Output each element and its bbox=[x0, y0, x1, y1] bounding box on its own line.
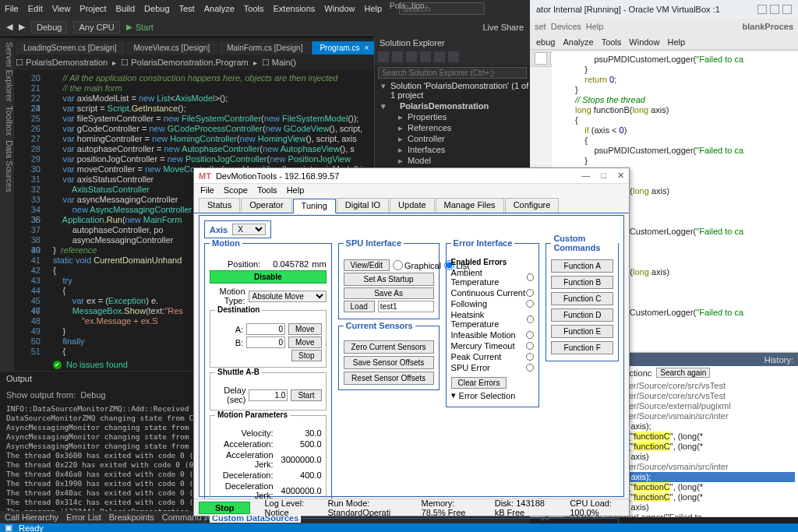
custom-fn-button[interactable]: Function D bbox=[551, 308, 613, 322]
custom-fn-button[interactable]: Function F bbox=[551, 341, 613, 354]
load-button[interactable]: Load bbox=[344, 301, 375, 312]
vm-window-controls[interactable] bbox=[757, 5, 792, 14]
qtc-menu-item[interactable]: ebug bbox=[536, 37, 555, 47]
menu-project[interactable]: Project bbox=[79, 4, 106, 13]
dmt-tab[interactable]: Manage Files bbox=[436, 198, 504, 213]
custom-fn-button[interactable]: Function C bbox=[551, 292, 613, 305]
dmt-tab[interactable]: Operator bbox=[241, 198, 291, 213]
bottom-tab[interactable]: Error List bbox=[66, 513, 101, 522]
close-icon[interactable]: ✕ bbox=[617, 171, 624, 181]
tree-node[interactable]: Interfaces bbox=[397, 144, 530, 155]
shuttle-start-button[interactable]: Start bbox=[291, 389, 321, 401]
platform-dropdown[interactable]: Any CPU bbox=[73, 21, 119, 33]
param-value: 500.0 bbox=[277, 439, 322, 449]
error-selection-expander[interactable]: ▾ bbox=[451, 390, 456, 400]
menu-extensions[interactable]: Extensions bbox=[274, 4, 316, 13]
load-value-input[interactable] bbox=[378, 301, 434, 312]
nav-fwd-icon[interactable]: ▶ bbox=[19, 22, 25, 32]
menu-debug[interactable]: Debug bbox=[144, 4, 169, 13]
delay-input[interactable] bbox=[249, 389, 288, 401]
menu-test[interactable]: Test bbox=[179, 4, 195, 13]
viewedit-button[interactable]: View/Edit bbox=[344, 259, 390, 271]
project-node[interactable]: PolarisDemonstration bbox=[380, 100, 530, 111]
qtc-tool-icon[interactable] bbox=[535, 52, 547, 65]
save-offsets-button[interactable]: Save Sensor Offsets bbox=[344, 356, 434, 369]
editor-tab[interactable]: MoveView.cs [Design] bbox=[126, 41, 218, 55]
custom-fn-button[interactable]: Function A bbox=[551, 259, 613, 273]
dmt-tab[interactable]: Tuning bbox=[293, 199, 336, 213]
bottom-tab[interactable]: Call Hierarchy bbox=[5, 513, 58, 522]
menu-help[interactable]: Help bbox=[364, 4, 382, 13]
breadcrumb-item[interactable]: ☐ PolarisDemonstration bbox=[16, 58, 108, 68]
move-a-button[interactable]: Move bbox=[288, 323, 321, 335]
menu-tools[interactable]: Tools bbox=[244, 4, 264, 13]
toolwindow-tab[interactable]: Data Sources bbox=[0, 140, 14, 192]
maximize-icon[interactable]: □ bbox=[601, 171, 606, 181]
dest-b-input[interactable] bbox=[246, 336, 285, 348]
qtc-menubar[interactable]: ebugAnalyzeToolsWindowHelp bbox=[530, 34, 798, 50]
menu-view[interactable]: View bbox=[52, 4, 71, 13]
output-from-dropdown[interactable]: Debug bbox=[80, 390, 105, 400]
start-button[interactable]: Start bbox=[126, 23, 154, 32]
dmt-menu-item[interactable]: Help bbox=[287, 185, 305, 196]
error-row: Continuous Current bbox=[451, 288, 535, 298]
dmt-tab[interactable]: Digital IO bbox=[337, 198, 389, 213]
tree-node[interactable]: Controller bbox=[397, 133, 530, 144]
toolwindow-tab[interactable]: Server Explorer bbox=[0, 42, 14, 101]
saveas-button[interactable]: Save As bbox=[344, 287, 434, 299]
tree-node[interactable]: References bbox=[397, 122, 530, 133]
global-stop-button[interactable]: Stop bbox=[199, 502, 250, 514]
vs-left-toolwindows[interactable]: Server ExplorerToolboxData Sources bbox=[0, 37, 14, 365]
menu-edit[interactable]: Edit bbox=[28, 4, 43, 13]
menu-window[interactable]: Window bbox=[324, 4, 355, 13]
qtc-menu-item[interactable]: Tools bbox=[602, 37, 622, 47]
zero-sensors-button[interactable]: Zero Current Sensors bbox=[344, 340, 434, 354]
dmt-menu-item[interactable]: Scope bbox=[224, 185, 248, 196]
clear-errors-button[interactable]: Clear Errors bbox=[451, 377, 507, 389]
solexp-toolbar[interactable] bbox=[375, 50, 530, 65]
solution-node[interactable]: Solution 'PolarisDemonstration' (1 of 1 … bbox=[380, 80, 530, 100]
dest-a-input[interactable] bbox=[246, 323, 285, 335]
qtc-menu-item[interactable]: Analyze bbox=[563, 37, 593, 47]
search-again-button[interactable] bbox=[656, 368, 710, 378]
liveshare-button[interactable]: Live Share bbox=[482, 23, 524, 32]
menu-build[interactable]: Build bbox=[116, 4, 135, 13]
motion-type-dropdown[interactable]: Absolute Move bbox=[249, 291, 327, 302]
vs-menubar: FileEditViewProjectBuildDebugTestAnalyze… bbox=[0, 0, 530, 17]
menu-file[interactable]: File bbox=[5, 4, 19, 13]
qtc-menu-item[interactable]: Window bbox=[629, 37, 659, 47]
custom-fn-button[interactable]: Function E bbox=[551, 325, 613, 338]
editor-tab[interactable]: MainForm.cs [Design] bbox=[219, 41, 310, 55]
nav-back-icon[interactable]: ◀ bbox=[6, 22, 12, 32]
dmt-menu-item[interactable]: File bbox=[200, 185, 214, 196]
minimize-icon[interactable]: — bbox=[581, 171, 590, 181]
move-b-button[interactable]: Move bbox=[288, 336, 321, 348]
config-dropdown[interactable]: Debug bbox=[31, 21, 67, 33]
editor-tab[interactable]: Program.cs bbox=[312, 41, 376, 55]
breadcrumb-item[interactable]: ☐ PolarisDemonstration.Program bbox=[121, 58, 248, 68]
set-startup-button[interactable]: Set As Startup bbox=[344, 273, 434, 286]
reset-offsets-button[interactable]: Reset Sensor Offsets bbox=[344, 372, 434, 385]
dmt-menu-item[interactable]: Tools bbox=[257, 185, 277, 196]
tree-node[interactable]: Model bbox=[397, 155, 530, 166]
custom-fn-button[interactable]: Function B bbox=[551, 276, 613, 289]
disable-button[interactable]: Disable bbox=[210, 270, 327, 284]
dmt-menubar[interactable]: FileScopeToolsHelp bbox=[194, 184, 629, 198]
motion-stop-button[interactable]: Stop bbox=[291, 350, 322, 361]
dmt-tab[interactable]: Status bbox=[199, 198, 240, 213]
custom-commands-group: Custom Commands Function AFunction BFunc… bbox=[546, 243, 619, 361]
toolwindow-tab[interactable]: Toolbox bbox=[0, 106, 14, 136]
breadcrumb-item[interactable]: ☐ Main() bbox=[262, 58, 296, 68]
qtc-menu-item[interactable]: Help bbox=[667, 37, 685, 47]
tree-node[interactable]: Properties bbox=[397, 111, 530, 122]
graphical-radio[interactable]: Graphical bbox=[393, 260, 441, 270]
current-sensors-group: Current Sensors Zero Current Sensors Sav… bbox=[338, 326, 440, 390]
solexp-search-input[interactable] bbox=[378, 67, 527, 79]
menu-analyze[interactable]: Analyze bbox=[204, 4, 235, 13]
editor-tab[interactable]: LoadingScreen.cs [Design] bbox=[16, 41, 125, 55]
bottom-tab[interactable]: Breakpoints bbox=[109, 513, 154, 522]
axis-dropdown[interactable]: X bbox=[232, 224, 266, 235]
dmt-tab[interactable]: Configure bbox=[505, 198, 560, 213]
dmt-tab[interactable]: Update bbox=[390, 198, 434, 213]
position-value: 0.045782 bbox=[263, 259, 309, 269]
